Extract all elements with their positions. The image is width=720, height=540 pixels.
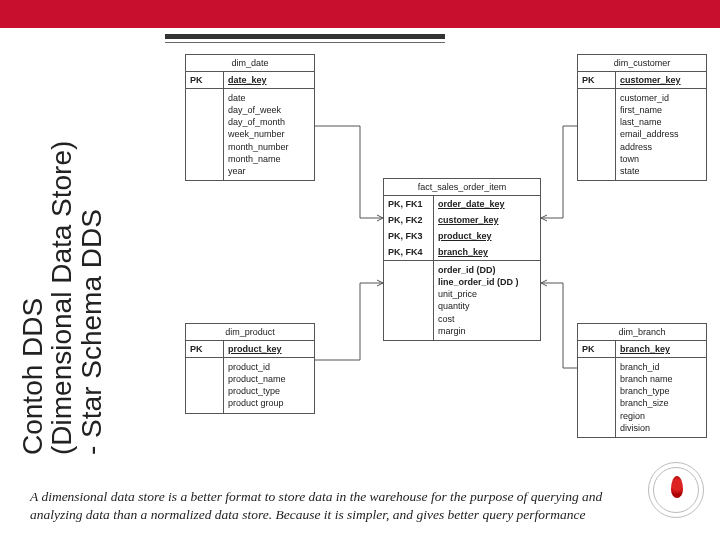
entity-fact-sales-order-item: fact_sales_order_item PK, FK1order_date_…: [383, 178, 541, 341]
pk-name: customer_key: [616, 72, 685, 88]
university-logo: [648, 462, 706, 520]
entity-dim-customer: dim_customer PK customer_key customer_id…: [577, 54, 707, 181]
attr-list: branch_id branch name branch_type branch…: [616, 358, 677, 437]
pk-label: PK: [578, 341, 616, 357]
attr-list: customer_id first_name last_name email_a…: [616, 89, 683, 180]
title-line-1: Contoh DDS: [17, 298, 48, 455]
entity-header: dim_customer: [578, 55, 706, 72]
top-red-bar: [0, 0, 720, 28]
title-line-3: - Star Schema DDS: [76, 209, 107, 455]
top-accent-lines: [0, 28, 720, 43]
entity-header: dim_branch: [578, 324, 706, 341]
pk-label: PK: [186, 341, 224, 357]
attr-list: product_id product_name product_type pro…: [224, 358, 290, 413]
pk-label: PK: [578, 72, 616, 88]
footer-text: A dimensional data store is a better for…: [30, 488, 620, 524]
entity-header: dim_product: [186, 324, 314, 341]
entity-header: fact_sales_order_item: [384, 179, 540, 196]
pk-name: date_key: [224, 72, 271, 88]
title-line-2: (Dimensional Data Store): [46, 141, 77, 455]
entity-header: dim_date: [186, 55, 314, 72]
pk-name: branch_key: [616, 341, 674, 357]
entity-dim-branch: dim_branch PK branch_key branch_id branc…: [577, 323, 707, 438]
entity-dim-product: dim_product PK product_key product_id pr…: [185, 323, 315, 414]
measures-list: order_id (DD) line_order_id (DD ) unit_p…: [434, 261, 523, 340]
attr-list: date day_of_week day_of_month week_numbe…: [224, 89, 293, 180]
slide-title: Contoh DDS (Dimensional Data Store) - St…: [18, 141, 106, 455]
pk-name: product_key: [224, 341, 286, 357]
star-schema-diagram: dim_date PK date_key date day_of_week da…: [165, 48, 710, 460]
pk-label: PK: [186, 72, 224, 88]
entity-dim-date: dim_date PK date_key date day_of_week da…: [185, 54, 315, 181]
